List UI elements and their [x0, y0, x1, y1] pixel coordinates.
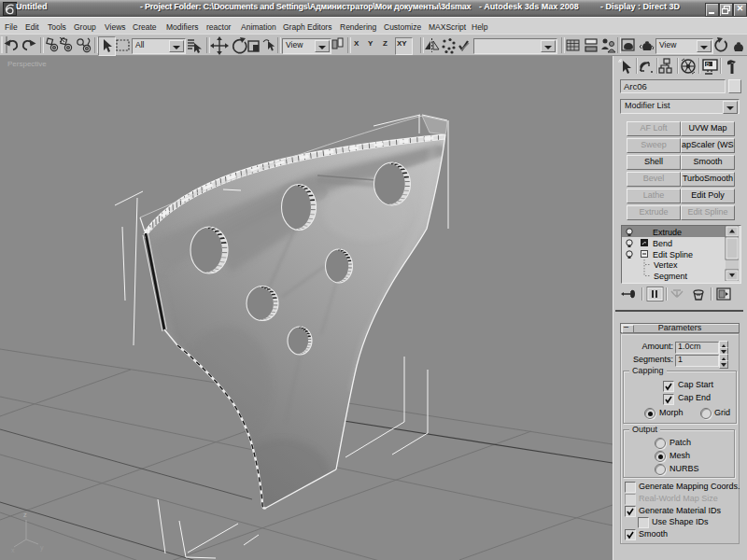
- svg-text:Vertex: Vertex: [654, 260, 678, 270]
- svg-text:Extrude: Extrude: [653, 228, 682, 237]
- svg-text:y: y: [40, 544, 44, 552]
- svg-text:Bend: Bend: [653, 239, 672, 248]
- svg-text:Perspective: Perspective: [7, 60, 47, 68]
- svg-text:x: x: [11, 547, 15, 553]
- svg-text:Edit Spline: Edit Spline: [653, 250, 693, 259]
- svg-text:D: D: [706, 62, 710, 67]
- svg-text:z: z: [23, 511, 27, 519]
- svg-text:Segment: Segment: [654, 272, 688, 281]
